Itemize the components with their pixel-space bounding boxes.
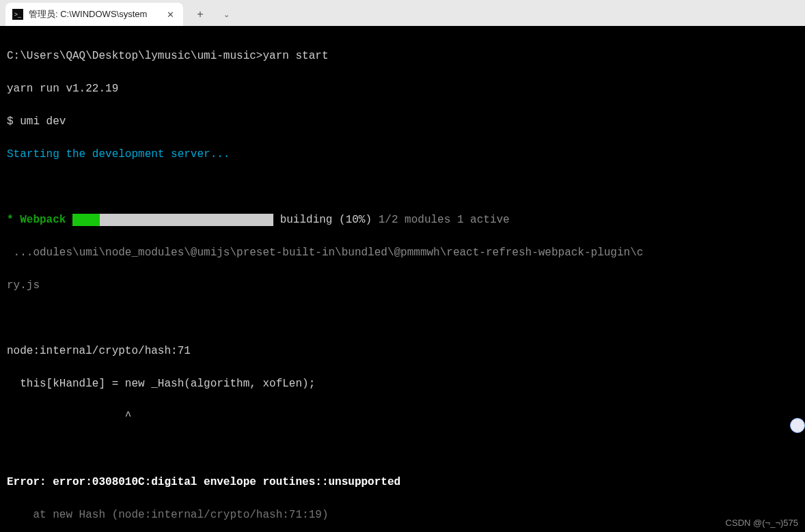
new-tab-button[interactable]: +: [189, 4, 212, 25]
prompt-command: yarn start: [262, 50, 328, 62]
progress-bar-filled: [72, 214, 100, 226]
yarn-run-line: yarn run v1.22.19: [7, 81, 798, 97]
titlebar: >_ 管理员: C:\WINDOWS\system ✕ + ⌄: [0, 0, 805, 26]
module-path-2: ry.js: [7, 279, 40, 292]
hash-code-line: this[kHandle] = new _Hash(algorithm, xof…: [7, 376, 798, 392]
side-badge-icon: [790, 418, 805, 433]
terminal-icon: >_: [12, 9, 23, 20]
building-text: building (10%): [280, 214, 372, 226]
caret-line: ^: [7, 408, 798, 425]
tab-actions: + ⌄: [183, 3, 238, 26]
modules-info: 1/2 modules 1 active: [379, 214, 510, 226]
trace-1: at new Hash (node:internal/crypto/hash:7…: [7, 507, 798, 523]
tab-title: 管理员: C:\WINDOWS\system: [29, 8, 147, 20]
close-tab-icon[interactable]: ✕: [164, 8, 176, 20]
prompt-path: C:\Users\QAQ\Desktop\lymusic\umi-music>: [7, 50, 262, 62]
node-internal-line: node:internal/crypto/hash:71: [7, 343, 798, 359]
module-path-1: ...odules\umi\node_modules\@umijs\preset…: [7, 247, 643, 259]
webpack-label: * Webpack: [7, 214, 66, 226]
terminal-output[interactable]: C:\Users\QAQ\Desktop\lymusic\umi-music>y…: [0, 26, 805, 532]
error-main-line: Error: error:0308010C:digital envelope r…: [7, 474, 798, 490]
umi-dev-line: $ umi dev: [7, 113, 798, 130]
tab-dropdown-button[interactable]: ⌄: [215, 4, 238, 25]
window-tab[interactable]: >_ 管理员: C:\WINDOWS\system ✕: [5, 3, 183, 26]
progress-bar-empty: [100, 214, 273, 226]
starting-server-line: Starting the development server...: [7, 146, 798, 163]
